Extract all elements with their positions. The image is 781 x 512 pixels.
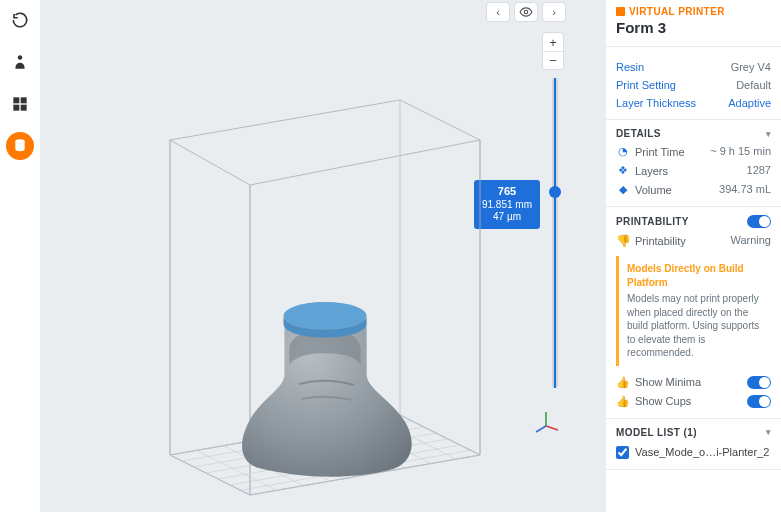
show-cups-label: 👍Show Cups — [616, 395, 691, 408]
printability-toggle[interactable] — [747, 215, 771, 228]
model-mesh[interactable] — [230, 290, 428, 490]
viewport[interactable]: ‹ › + − 765 91.851 mm 47 µm — [40, 0, 606, 512]
view-left-button[interactable]: ‹ — [486, 2, 510, 22]
details-section: DETAILS ▾ ◔Print Time~ 9 h 15 min ❖Layer… — [606, 120, 781, 207]
model-list-title: MODEL LIST (1) — [616, 427, 697, 438]
model-name: Vase_Mode_o…i-Planter_2 — [635, 446, 769, 458]
show-minima-toggle[interactable] — [747, 376, 771, 389]
chevron-down-icon: ▾ — [766, 427, 771, 437]
zoom-out-button[interactable]: − — [543, 51, 563, 69]
layer-thickness-link[interactable]: Layer Thickness — [616, 97, 696, 109]
model-list-item[interactable]: Vase_Mode_o…i-Planter_2 — [616, 446, 771, 459]
clock-icon: ◔ — [616, 145, 629, 158]
volume-label: ◆Volume — [616, 183, 672, 196]
printer-section: VIRTUAL PRINTER Form 3 — [606, 0, 781, 47]
svg-line-33 — [536, 426, 546, 432]
print-time-value: ~ 9 h 15 min — [710, 145, 771, 158]
warning-title: Models Directly on Build Platform — [627, 262, 765, 289]
side-panel: VIRTUAL PRINTER Form 3 ResinGrey V4 Prin… — [606, 0, 781, 512]
svg-marker-6 — [170, 100, 480, 185]
scale-tool[interactable] — [6, 48, 34, 76]
axis-gizmo[interactable] — [532, 408, 560, 436]
svg-point-4 — [15, 139, 24, 143]
view-eye-button[interactable] — [514, 2, 538, 22]
virtual-printer-tag: VIRTUAL PRINTER — [616, 6, 771, 17]
layers-label: ❖Layers — [616, 164, 668, 177]
model-list-header[interactable]: MODEL LIST (1) ▾ — [616, 427, 771, 438]
show-cups-toggle[interactable] — [747, 395, 771, 408]
print-setting-link[interactable]: Print Setting — [616, 79, 676, 91]
layout-tool[interactable] — [6, 90, 34, 118]
zoom-in-button[interactable]: + — [543, 33, 563, 51]
view-controls: ‹ › — [486, 2, 566, 22]
printer-name: Form 3 — [616, 19, 771, 36]
print-settings-section: ResinGrey V4 Print SettingDefault Layer … — [606, 47, 781, 120]
thumb-up-icon: 👍 — [616, 395, 629, 408]
layer-slider-fill — [554, 78, 556, 388]
volume-value: 394.73 mL — [719, 183, 771, 196]
silhouette-icon — [11, 53, 29, 71]
printer-dot-icon — [616, 7, 625, 16]
warning-body: Models may not print properly when place… — [627, 292, 765, 360]
print-time-label: ◔Print Time — [616, 145, 685, 158]
volume-icon: ◆ — [616, 183, 629, 196]
layout-icon — [12, 96, 28, 112]
layer-slider-knob[interactable] — [549, 186, 561, 198]
show-minima-label: 👍Show Minima — [616, 376, 701, 389]
thumb-up-icon: 👍 — [616, 376, 629, 389]
left-toolbar — [0, 0, 40, 512]
model-checkbox[interactable] — [616, 446, 629, 459]
svg-rect-2 — [13, 105, 19, 111]
printability-section: PRINTABILITY 👎PrintabilityWarning Models… — [606, 207, 781, 419]
print-setting-value: Default — [736, 79, 771, 91]
thumb-down-icon: 👎 — [616, 234, 629, 248]
svg-rect-0 — [13, 97, 19, 103]
svg-point-5 — [524, 10, 528, 14]
view-right-button[interactable]: › — [542, 2, 566, 22]
svg-rect-3 — [21, 105, 27, 111]
svg-line-32 — [546, 426, 558, 430]
layers-value: 1287 — [747, 164, 771, 177]
build-scene — [100, 60, 530, 490]
resin-link[interactable]: Resin — [616, 61, 644, 73]
print-tool[interactable] — [6, 132, 34, 160]
warning-box: Models Directly on Build Platform Models… — [616, 256, 771, 366]
printability-value: Warning — [730, 234, 771, 248]
svg-point-30 — [283, 302, 366, 330]
details-header[interactable]: DETAILS ▾ — [616, 128, 771, 139]
zoom-controls: + − — [542, 32, 564, 70]
rotate-icon — [11, 11, 29, 29]
chevron-down-icon: ▾ — [766, 129, 771, 139]
rotate-tool[interactable] — [6, 6, 34, 34]
eye-icon — [519, 5, 533, 19]
resin-value: Grey V4 — [731, 61, 771, 73]
printability-title: PRINTABILITY — [616, 216, 689, 227]
layer-slider[interactable] — [552, 78, 558, 388]
svg-rect-1 — [21, 97, 27, 103]
details-title: DETAILS — [616, 128, 661, 139]
model-list-section: MODEL LIST (1) ▾ Vase_Mode_o…i-Planter_2 — [606, 419, 781, 470]
layer-thickness-value[interactable]: Adaptive — [728, 97, 771, 109]
cylinder-icon — [12, 138, 28, 154]
printability-label: 👎Printability — [616, 234, 686, 248]
layers-icon: ❖ — [616, 164, 629, 177]
virtual-printer-label: VIRTUAL PRINTER — [629, 6, 725, 17]
printability-header[interactable]: PRINTABILITY — [616, 215, 771, 228]
